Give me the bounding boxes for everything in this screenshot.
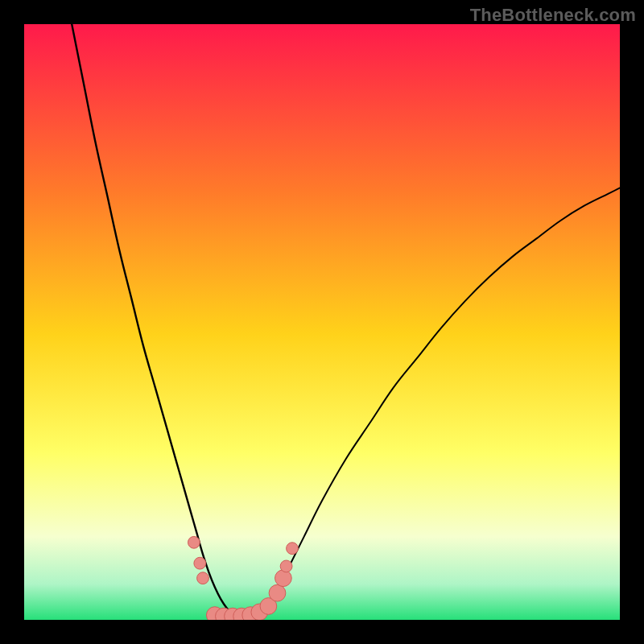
data-dot (275, 570, 292, 587)
chart-svg (24, 24, 620, 620)
watermark-text: TheBottleneck.com (470, 5, 636, 26)
data-dot (197, 572, 209, 584)
plot-area (24, 24, 620, 620)
data-dot (287, 543, 299, 555)
data-dot (269, 584, 286, 601)
data-dot (188, 536, 200, 548)
data-dot (280, 560, 292, 572)
data-dot (194, 557, 206, 569)
gradient-background (24, 24, 620, 620)
chart-stage: TheBottleneck.com (0, 0, 644, 644)
